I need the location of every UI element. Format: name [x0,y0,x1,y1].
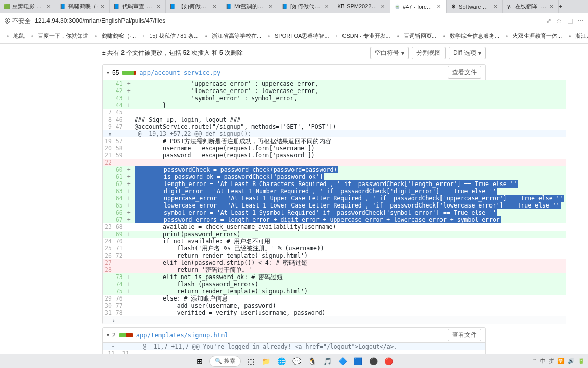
close-icon[interactable]: ✕ [325,4,331,10]
expand-row[interactable]: ⇣ [103,316,566,324]
browser-tab[interactable]: KBSPM2022F-丁✕ [334,0,390,13]
code-line: available = check_username_availability(… [133,223,567,231]
close-icon[interactable]: ✕ [100,4,106,10]
other-icon[interactable]: 🔴 [383,356,394,367]
close-icon[interactable]: ✕ [381,4,387,10]
new-line-num: 47 [114,123,125,130]
bookmark-item[interactable]: ▫地鼠 [4,32,24,40]
favicon-icon: ⚙ [450,3,457,10]
address-bar: 🛈 不安全 121.4.94.30:3000/mrlan/EnglishPal/… [0,13,588,29]
tray-chevron-icon[interactable]: ⌃ [532,358,537,364]
browser-tab[interactable]: 📘代码审查-供候✕ [110,0,166,13]
old-line-num: 9 [103,123,114,130]
view-file-button[interactable]: 查看文件 [448,329,481,341]
code-line: 'symbol_error' : symbol_error, [133,95,567,102]
bookmark-item[interactable]: ▫百度一下，你就知道 [29,32,88,40]
wechat-icon[interactable]: 💬 [291,356,302,367]
diff-sign [125,238,133,245]
bookmark-item[interactable]: ▫浙江省高等学校在... [203,32,261,40]
close-icon[interactable]: ✕ [46,4,53,10]
file-block: ▾ 55 app/account_service.py 查看文件 41+ 'up… [102,64,486,324]
close-icon[interactable]: ✕ [549,4,555,10]
wifi-icon[interactable]: 🛜 [557,358,565,364]
code-line: username = escape(request.form['username… [133,145,567,152]
taskbar-search[interactable]: 🔍 搜索 [209,356,241,367]
netease-icon[interactable]: 🎵 [322,356,333,367]
expand-icon[interactable]: ⇡ [103,343,117,350]
diff-sign: + [125,288,133,295]
browser-tab[interactable]: 🍵#47 - force str✕ [390,0,447,13]
battery-icon[interactable]: 🔋 [578,358,585,364]
bookmark-item[interactable]: ▫15) 我私信 / 81 条... [140,32,199,40]
tencent-icon[interactable]: 🔷 [337,356,348,367]
browser-tab[interactable]: 📘Mr蓝调的个人✕ [222,0,278,13]
browser-tab[interactable]: 📘鹤啸鹤唳（·✕ [56,0,110,13]
task-view-icon[interactable]: ⬚ [245,356,256,367]
browser-tab[interactable]: 🟩豆瓣电影 Top 2✕ [0,0,56,13]
expand-icon[interactable]: ⇣ [103,316,125,324]
collapse-icon[interactable]: ▾ [107,70,109,75]
code-line: elif len(password.strip()) < 4: # 密码过短 [133,259,567,266]
diffopts-button[interactable]: Diff 选项 ▾ [449,47,486,59]
steam-icon[interactable]: ⚫ [368,356,379,367]
extension-icon[interactable]: ◫ [567,17,573,25]
bookmark-item[interactable]: ▫浙江师范大学 [566,32,588,40]
new-line-num: 42 [114,87,125,95]
chrome-icon[interactable]: 🌐 [276,356,287,367]
security-indicator[interactable]: 🛈 不安全 [4,17,31,26]
code-line: return render_template('signup.html') [133,252,567,259]
bookmark-icon: ▫ [440,33,448,40]
old-line-num: 26 [103,252,114,259]
diff-sign: + [125,202,133,209]
close-icon[interactable]: ✕ [493,4,499,10]
new-line-num: 46 [114,116,125,123]
translate-icon[interactable]: ⤢ [546,17,551,25]
new-tab-button[interactable]: + [559,0,562,13]
old-line-num [103,102,114,109]
close-icon[interactable]: ✕ [437,4,443,10]
close-icon[interactable]: ✕ [212,4,218,10]
close-icon[interactable]: ✕ [268,4,275,10]
explorer-icon[interactable]: 📁 [260,356,272,367]
view-file-button[interactable]: 查看文件 [448,66,481,79]
window-max-button[interactable]: ☐ [582,0,588,13]
bookmark-item[interactable]: ▫SPORTOA思睿特智... [265,32,329,40]
browser-tab[interactable]: y.在线翻译_有道✕ [503,0,559,13]
splitview-button[interactable]: 分割视图 [412,47,446,59]
qq-icon[interactable]: 🐧 [306,356,317,367]
bookmark-item[interactable]: ▫数学综合信息服务... [440,32,499,40]
bookmark-item[interactable]: ▫百词斩网页... [395,32,436,40]
bookmark-bar: ▫地鼠▫百度一下，你就知道▫鹤啸鹤唳（·...▫15) 我私信 / 81 条..… [0,29,588,44]
diff-row: 60+ passwordCheck = password_check(passw… [103,166,566,173]
browser-tab[interactable]: ⚙Software Proje✕ [447,0,503,13]
bookmark-item[interactable]: ▫鹤啸鹤唳（·... [92,32,136,40]
code-line: print(password_errors) [133,231,567,238]
bookmark-label: 数学综合信息服务... [450,32,499,40]
bookmark-item[interactable]: ▫CSDN - 专业开发... [333,32,390,40]
url-text[interactable]: 121.4.94.30:3000/mrlan/EnglishPal/pulls/… [35,17,542,25]
browser-tab[interactable]: 📘[如何做代码审✕ [278,0,334,13]
edge-icon[interactable]: 🟦 [352,356,363,367]
close-icon[interactable]: ✕ [156,4,162,10]
expand-icon[interactable]: ⇕ [103,130,114,137]
diff-sign: - [125,259,133,266]
start-button[interactable]: ⊞ [194,356,205,367]
file-name[interactable]: app/account_service.py [139,69,220,76]
code-line: flash (password_errors) [133,281,567,288]
ime-mode-icon[interactable]: 拼 [549,357,554,365]
whitespace-button[interactable]: 空白符号 ▾ [370,47,409,59]
collapse-icon[interactable]: ▾ [107,332,109,338]
diff-row: 947@accountService.route("/signup", meth… [103,123,566,130]
menu-icon[interactable]: ⋯ [578,17,584,25]
tab-title: [如何做代码审 [290,3,323,10]
new-line-num: 74 [114,281,125,288]
star-icon[interactable]: ☆ [556,17,562,25]
favicon-icon: 📘 [225,3,232,10]
bookmark-item[interactable]: ▫火双生涯教育一体... [503,32,562,40]
old-line-num: 30 [103,302,114,309]
file-name[interactable]: app/templates/signup.html [136,332,229,339]
window-min-button[interactable]: — [562,0,582,13]
volume-icon[interactable]: 🔊 [568,358,575,364]
ime-icon[interactable]: 中 [540,357,546,365]
browser-tab[interactable]: 📘【如何做代码审✕ [166,0,222,13]
